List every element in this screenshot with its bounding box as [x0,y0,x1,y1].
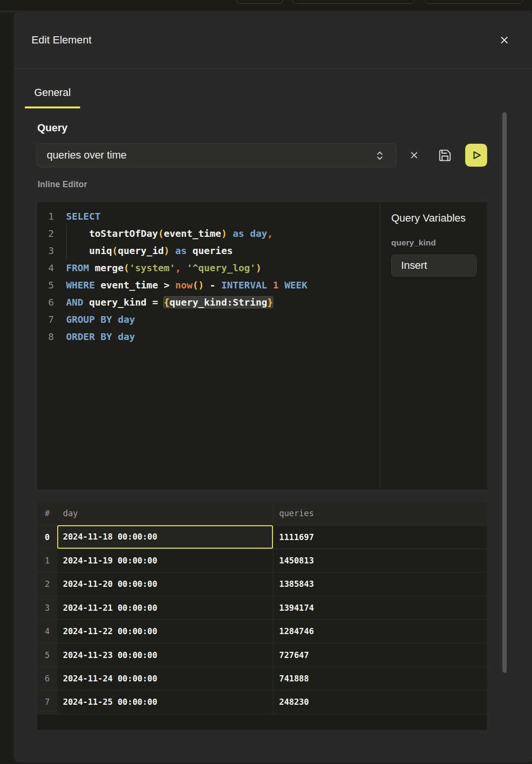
row-index-cell: 4 [37,619,57,643]
tab-active-underline [25,106,80,108]
code-line: 5WHERE event_time > now() - INTERVAL 1 W… [37,276,379,294]
code-line: 8ORDER BY day [37,328,379,345]
table-row: 72024-11-25 00:00:00248230 [37,690,487,713]
close-button[interactable] [498,34,511,46]
code-line: 7GROUP BY day [37,311,379,328]
row-index-cell: 5 [37,643,57,666]
day-cell[interactable]: 2024-11-25 00:00:00 [57,690,273,713]
queries-cell[interactable]: 741888 [273,667,487,690]
insert-variable-label: Insert [401,259,427,272]
modal-header: Edit Element [14,11,532,69]
tab-general[interactable]: General [25,74,80,108]
queries-cell[interactable]: 1450813 [273,549,487,572]
results-table: #dayqueries02024-11-18 00:00:00111169712… [37,502,487,730]
query-variables-panel: Query Variables query_kind Insert [380,202,487,489]
query-variables-title: Query Variables [391,212,466,224]
day-cell[interactable]: 2024-11-24 00:00:00 [57,667,273,690]
background-toolbar-button-2[interactable] [292,0,415,4]
line-number: 3 [37,242,66,259]
run-query-button[interactable] [465,144,487,167]
day-cell[interactable]: 2024-11-19 00:00:00 [57,549,273,572]
queries-cell[interactable]: 1385843 [273,572,487,595]
day-cell[interactable]: 2024-11-20 00:00:00 [57,572,273,595]
queries-cell[interactable]: 727647 [273,643,487,666]
queries-cell[interactable]: 1284746 [273,619,487,643]
row-index-cell: 0 [37,525,57,549]
clear-query-button[interactable] [408,149,420,161]
row-index-cell: 7 [37,690,57,713]
close-icon [498,34,511,46]
day-cell[interactable]: 2024-11-21 00:00:00 [57,596,273,619]
line-number: 8 [37,328,66,345]
queries-cell[interactable]: 248230 [273,690,487,713]
query-select[interactable]: queries over time [37,143,396,167]
queries-cell[interactable]: 1111697 [273,525,487,549]
variable-name: query_kind [391,238,436,248]
day-cell[interactable]: 2024-11-22 00:00:00 [57,619,273,643]
save-icon [438,149,452,162]
line-number: 7 [37,311,66,328]
indent-guide [66,225,67,259]
table-header-row: #dayqueries [37,502,487,525]
table-row: 62024-11-24 00:00:00741888 [37,667,487,690]
background-toolbar-button-1[interactable] [236,0,283,4]
code-line: 4FROM merge('system', '^query_log') [37,259,379,276]
query-select-value: queries over time [47,149,126,161]
background-toolbar [0,0,532,10]
column-header-queries: queries [273,502,487,525]
queries-cell[interactable]: 1394174 [273,596,487,619]
row-index-cell: 6 [37,667,57,690]
modal-scrollbar[interactable] [502,112,507,673]
row-index-cell: 1 [37,549,57,572]
row-index-cell: 2 [37,572,57,595]
table-footer-strip [37,714,487,730]
clear-icon [408,149,420,161]
line-number: 2 [37,225,66,242]
query-parameter-chip: {query_kind:String} [164,297,273,308]
edit-element-modal: Edit Element General Query queries over … [14,11,532,763]
table-row: 12024-11-19 00:00:001450813 [37,549,487,572]
insert-variable-button[interactable]: Insert [391,255,477,276]
day-cell[interactable]: 2024-11-23 00:00:00 [57,643,273,666]
day-cell[interactable]: 2024-11-18 00:00:00 [57,525,273,549]
line-number: 6 [37,294,66,311]
column-header-index: # [37,502,57,525]
query-section-label: Query [37,122,68,134]
row-index-cell: 3 [37,596,57,619]
table-row: 32024-11-21 00:00:001394174 [37,596,487,619]
code-editor[interactable]: 1SELECT2 toStartOfDay(event_time) as day… [37,202,379,489]
modal-title: Edit Element [31,34,92,46]
background-toolbar-button-3[interactable] [425,0,523,4]
line-number: 5 [37,276,66,294]
table-row: 42024-11-22 00:00:001284746 [37,619,487,643]
code-line: 1SELECT [37,208,379,225]
line-number: 1 [37,208,66,225]
table-row: 52024-11-23 00:00:00727647 [37,643,487,666]
code-line: 6AND query_kind = {query_kind:String} [37,294,379,311]
play-icon [468,147,484,163]
table-row: 22024-11-20 00:00:001385843 [37,572,487,595]
code-line: 3 uniq(query_id) as queries [37,242,379,259]
tab-general-label: General [34,87,71,99]
inline-editor-label: Inline Editor [38,180,87,190]
line-number: 4 [37,259,66,276]
chevron-up-down-icon [374,150,386,161]
save-query-button[interactable] [438,148,452,162]
inline-editor: 1SELECT2 toStartOfDay(event_time) as day… [37,202,487,489]
code-line: 2 toStartOfDay(event_time) as day, [37,225,379,242]
column-header-day: day [57,502,273,525]
table-row: 02024-11-18 00:00:001111697 [37,525,487,549]
